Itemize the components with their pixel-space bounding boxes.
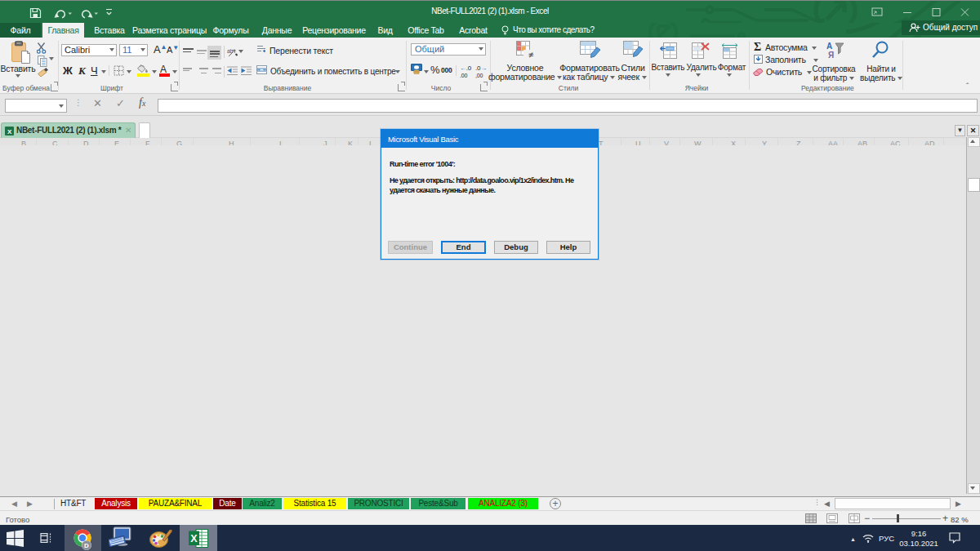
svg-text:≠: ≠ (528, 50, 533, 60)
svg-text:ab: ab (227, 48, 234, 54)
svg-text:А: А (826, 42, 832, 51)
svg-text:D: D (84, 542, 89, 549)
svg-text:Я: Я (828, 51, 834, 60)
svg-text:X: X (190, 533, 198, 544)
